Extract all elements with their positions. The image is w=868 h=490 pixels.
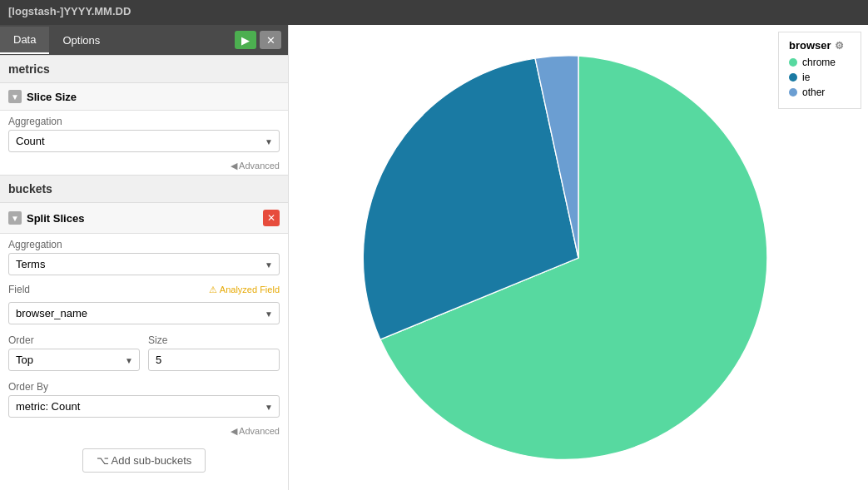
warning-icon: ⚠ xyxy=(209,285,217,295)
buckets-aggregation-group: Aggregation Terms xyxy=(0,234,288,280)
size-group: Size xyxy=(148,334,280,371)
order-by-group: Order By metric: Count xyxy=(0,376,288,423)
split-slices-delete-button[interactable]: ✕ xyxy=(263,210,280,226)
chart-area: browser ⚙ chrome ie other xyxy=(289,25,868,490)
close-button[interactable]: ✕ xyxy=(260,31,281,49)
buckets-aggregation-select[interactable]: Terms xyxy=(8,253,280,275)
tab-actions: ▶ ✕ xyxy=(235,31,288,49)
metrics-section-header: metrics xyxy=(0,55,288,83)
slice-size-collapse-arrow[interactable]: ▼ xyxy=(8,90,22,103)
legend-panel: browser ⚙ chrome ie other xyxy=(778,32,861,109)
size-input[interactable] xyxy=(148,349,280,371)
field-select[interactable]: browser_name xyxy=(8,302,280,324)
buckets-advanced-link[interactable]: Advanced xyxy=(0,423,288,440)
order-group: Order Top xyxy=(8,334,140,371)
order-select-wrapper: Top xyxy=(8,349,140,371)
metrics-aggregation-select[interactable]: Count xyxy=(8,130,280,152)
legend-gear-icon[interactable]: ⚙ xyxy=(835,40,844,52)
order-by-select-wrapper: metric: Count xyxy=(8,395,280,418)
metrics-aggregation-select-wrapper: Count xyxy=(8,130,280,152)
legend-item-chrome: chrome xyxy=(789,57,851,68)
split-slices-header: ▼ Split Slices ✕ xyxy=(0,203,288,234)
split-slices-title: Split Slices xyxy=(27,212,84,225)
run-button[interactable]: ▶ xyxy=(235,31,256,49)
legend-dot-other xyxy=(789,88,797,97)
field-row: Field ⚠ Analyzed Field xyxy=(0,280,288,297)
field-select-group: browser_name xyxy=(0,297,288,329)
tab-options[interactable]: Options xyxy=(49,27,113,53)
tabs-row: Data Options ▶ ✕ xyxy=(0,25,288,55)
left-panel: Data Options ▶ ✕ metrics ▼ Slice Size Ag… xyxy=(0,25,289,490)
tab-data[interactable]: Data xyxy=(0,27,49,54)
slice-size-title: Slice Size xyxy=(27,91,77,103)
add-sub-buckets-button[interactable]: ⌥ Add sub-buckets xyxy=(82,448,206,473)
title-bar: [logstash-]YYYY.MM.DD xyxy=(0,0,868,25)
legend-label-other: other xyxy=(802,87,825,98)
pie-chart xyxy=(354,33,803,483)
size-label: Size xyxy=(148,334,280,346)
main-layout: Data Options ▶ ✕ metrics ▼ Slice Size Ag… xyxy=(0,25,868,490)
order-by-label: Order By xyxy=(8,381,280,393)
buckets-section-header: buckets xyxy=(0,175,288,203)
buckets-aggregation-select-wrapper: Terms xyxy=(8,253,280,275)
metrics-advanced-link[interactable]: Advanced xyxy=(0,157,288,175)
legend-dot-chrome xyxy=(789,58,797,67)
order-by-select[interactable]: metric: Count xyxy=(8,395,280,418)
legend-item-ie: ie xyxy=(789,72,851,83)
field-label: Field xyxy=(8,284,30,295)
legend-item-other: other xyxy=(789,87,851,98)
buckets-aggregation-label: Aggregation xyxy=(8,239,280,250)
order-size-row: Order Top Size xyxy=(0,329,288,376)
order-label: Order xyxy=(8,334,140,346)
legend-label-ie: ie xyxy=(802,72,810,83)
analyzed-field-warning: ⚠ Analyzed Field xyxy=(209,285,280,295)
legend-title: browser ⚙ xyxy=(789,39,851,52)
legend-label-chrome: chrome xyxy=(802,57,836,68)
legend-dot-ie xyxy=(789,73,797,82)
metrics-aggregation-label: Aggregation xyxy=(8,116,280,127)
split-slices-collapse-arrow[interactable]: ▼ xyxy=(8,211,22,225)
metrics-aggregation-group: Aggregation Count xyxy=(0,111,288,157)
slice-size-header: ▼ Slice Size xyxy=(0,83,288,111)
order-select[interactable]: Top xyxy=(8,349,140,371)
title-text: [logstash-]YYYY.MM.DD xyxy=(8,5,131,17)
field-select-wrapper: browser_name xyxy=(8,302,280,324)
